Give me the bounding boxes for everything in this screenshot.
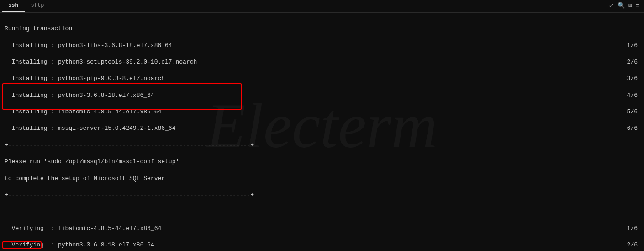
toolbar-icons: ⤢ 🔍 ⊞ ≡ [609,2,642,10]
install-line: Installing : libatomic-4.8.5-44.el7.x86_… [5,108,639,116]
tab-bar: ssh sftp ⤢ 🔍 ⊞ ≡ [0,0,644,13]
terminal-output[interactable]: Running transaction Installing : python3… [0,13,644,251]
fullscreen-icon[interactable]: ⤢ [609,2,614,10]
layout-grid-icon[interactable]: ⊞ [628,2,632,10]
install-line: Installing : python3-libs-3.6.8-18.el7.x… [5,42,639,50]
install-line: Installing : python3-setuptools-39.2.0-1… [5,58,639,66]
text-line: Running transaction [5,25,639,33]
rule-line: +---------------------------------------… [5,141,639,150]
blank-line [5,208,639,216]
install-line: Installing : python3-3.6.8-18.el7.x86_64… [5,91,639,100]
layout-rows-icon[interactable]: ≡ [636,2,639,10]
verify-line: Verifying : python3-3.6.8-18.el7.x86_642… [5,241,639,249]
install-line: Installing : python3-pip-9.0.3-8.el7.noa… [5,75,639,83]
install-line: Installing : mssql-server-15.0.4249.2-1.… [5,124,639,133]
notice-line: to complete the setup of Microsoft SQL S… [5,175,639,183]
notice-line: Please run 'sudo /opt/mssql/bin/mssql-co… [5,158,639,166]
tab-ssh[interactable]: ssh [2,0,25,12]
tab-sftp[interactable]: sftp [25,0,51,12]
verify-line: Verifying : libatomic-4.8.5-44.el7.x86_6… [5,224,639,233]
search-icon[interactable]: 🔍 [618,2,625,10]
rule-line: +---------------------------------------… [5,191,639,199]
tabs: ssh sftp [2,0,50,12]
